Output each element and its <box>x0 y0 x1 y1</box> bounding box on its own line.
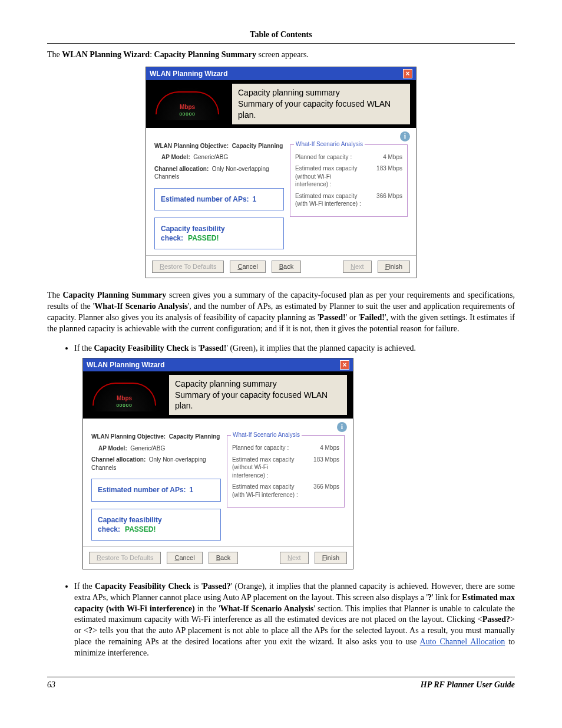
t: Passed? <box>203 582 230 591</box>
t: ? <box>428 593 432 602</box>
info-icon[interactable]: i <box>337 422 347 432</box>
v: Capacity Planning <box>169 433 220 440</box>
bullet-list-2: If the Capacity Feasibility Check is 'Pa… <box>64 581 515 659</box>
l: Estimated number of APs: <box>98 486 186 494</box>
banner-subheading: Summary of your capacity focused WLAN pl… <box>238 98 404 121</box>
l: AP Model: <box>161 154 190 160</box>
cancel-button[interactable]: Cancel <box>230 261 265 273</box>
wizard-body: i WLAN Planning Objective: Capacity Plan… <box>83 419 353 546</box>
whatif-legend: What-If Scenario Analysis <box>231 431 302 439</box>
wizard-screenshot-2: WLAN Planning Wizard × Mbps 00000 Capaci… <box>82 358 353 569</box>
restore-defaults-button[interactable]: Restore To Defaults <box>152 261 224 273</box>
t: If the <box>74 344 94 353</box>
t: screen appears. <box>256 50 309 59</box>
gauge-icon: Mbps 00000 <box>152 88 223 120</box>
l: WLAN Planning Objective: <box>91 433 166 440</box>
l: Estimated number of APs: <box>161 195 249 203</box>
l: Planned for capacity : <box>295 153 352 162</box>
v: 366 Mbps <box>376 192 402 208</box>
banner-heading: Capacity planning summary <box>238 87 404 98</box>
kv-objective: WLAN Planning Objective: Capacity Planni… <box>154 142 284 150</box>
finish-button[interactable]: Finish <box>378 261 410 273</box>
toc-header: Table of Contents <box>47 29 515 44</box>
t: Capacity Planning Summary <box>154 50 256 59</box>
l: Channel allocation: <box>154 166 209 172</box>
close-icon[interactable]: × <box>403 69 412 78</box>
banner-text: Capacity planning summary Summary of you… <box>169 375 347 416</box>
t: If the <box>74 582 95 591</box>
paragraph-summary: The Capacity Planning Summary screen giv… <box>47 290 515 335</box>
t: Capacity Feasibility Check <box>95 582 191 591</box>
kv-apmodel: AP Model: Generic/ABG <box>98 444 221 453</box>
restore-defaults-button[interactable]: Restore To Defaults <box>89 552 161 564</box>
kv-objective: WLAN Planning Objective: Capacity Planni… <box>91 433 221 441</box>
next-button[interactable]: Next <box>343 261 372 273</box>
wizard-title-text: WLAN Planning Wizard <box>87 360 165 370</box>
whatif-fieldset: What-If Scenario Analysis Planned for ca… <box>290 144 408 217</box>
list-item: If the Capacity Feasibility Check is 'Pa… <box>74 343 515 354</box>
v: Generic/ABG <box>130 445 165 452</box>
l: WLAN Planning Objective: <box>154 143 229 149</box>
t: WLAN Planning Wizard <box>62 50 150 59</box>
v: 183 Mbps <box>376 164 402 189</box>
row-withwifi: Estimated max capacity (with Wi-Fi inter… <box>295 192 402 208</box>
finish-button[interactable]: Finish <box>315 552 347 564</box>
t: What-If Scenario Analysis <box>220 604 314 613</box>
t: ? <box>88 626 92 635</box>
v: 4 Mbps <box>383 153 402 162</box>
gauge-label: Mbps <box>152 103 223 111</box>
v: Generic/ABG <box>193 154 228 160</box>
back-button[interactable]: Back <box>209 552 238 564</box>
cancel-button[interactable]: Cancel <box>167 552 202 564</box>
feasibility-box: Capacity feasibility check:PASSED! <box>154 218 284 249</box>
wizard-body: i WLAN Planning Objective: Capacity Plan… <box>146 128 416 256</box>
wizard-right-col: What-If Scenario Analysis Planned for ca… <box>290 142 408 250</box>
wizard-title-text: WLAN Planning Wizard <box>150 69 228 78</box>
l: AP Model: <box>98 445 127 452</box>
estimated-aps-box: Estimated number of APs:1 <box>91 479 221 501</box>
banner-subheading: Summary of your capacity focused WLAN pl… <box>175 390 341 412</box>
wizard-screenshot-1: WLAN Planning Wizard × Mbps 00000 Capaci… <box>146 67 416 278</box>
v: PASSED! <box>188 234 219 242</box>
bullet-list-1: If the Capacity Feasibility Check is 'Pa… <box>64 343 515 354</box>
gauge-label: Mbps <box>89 394 160 403</box>
l: Estimated max capacity (with Wi-Fi inter… <box>232 483 303 499</box>
back-button[interactable]: Back <box>272 261 301 273</box>
v: 4 Mbps <box>320 444 339 452</box>
t: is ' <box>189 344 200 353</box>
page-footer: 63 HP RF Planner User Guide <box>47 677 515 691</box>
banner-text: Capacity planning summary Summary of you… <box>232 84 410 124</box>
close-icon[interactable]: × <box>340 360 349 370</box>
v: 1 <box>190 486 194 494</box>
v: PASSED! <box>125 525 156 533</box>
info-icon[interactable]: i <box>400 131 410 141</box>
kv-apmodel: AP Model: Generic/ABG <box>161 153 284 162</box>
footer-guide-title: HP RF Planner User Guide <box>421 680 515 691</box>
wizard-buttons: Restore To Defaults Cancel Back Next Fin… <box>83 546 353 569</box>
wizard-left-col: WLAN Planning Objective: Capacity Planni… <box>91 433 221 541</box>
t: : <box>150 50 154 59</box>
gauge-icon: Mbps 00000 <box>89 379 160 411</box>
kv-channel: Channel allocation: Only Non-overlapping… <box>91 456 221 472</box>
t: What-If Scenario Analysis <box>94 302 187 311</box>
wizard-titlebar: WLAN Planning Wizard × <box>83 358 353 371</box>
t: Passed! <box>200 344 226 353</box>
l: Channel allocation: <box>91 456 146 463</box>
t: ' (Green), it implies that the planned c… <box>226 344 416 353</box>
list-item: If the Capacity Feasibility Check is 'Pa… <box>74 581 515 659</box>
next-button[interactable]: Next <box>280 552 309 564</box>
auto-channel-allocation-link[interactable]: Auto Channel Allocation <box>420 637 505 646</box>
row-nowifi: Estimated max capacity (without Wi-Fi in… <box>295 164 402 189</box>
row-nowifi: Estimated max capacity (without Wi-Fi in… <box>232 456 339 480</box>
v: 1 <box>253 195 257 203</box>
banner-heading: Capacity planning summary <box>175 378 341 390</box>
t: Capacity Planning Summary <box>62 291 166 299</box>
t: Failed! <box>360 313 385 322</box>
t: estore To Defaults <box>164 263 216 270</box>
estimated-aps-box: Estimated number of APs:1 <box>154 188 284 210</box>
t: Passed! <box>319 313 346 322</box>
v: Capacity Planning <box>232 143 283 149</box>
whatif-fieldset: What-If Scenario Analysis Planned for ca… <box>227 435 345 508</box>
wizard-banner: Mbps 00000 Capacity planning summary Sum… <box>146 80 416 128</box>
t: in the ' <box>195 604 220 613</box>
